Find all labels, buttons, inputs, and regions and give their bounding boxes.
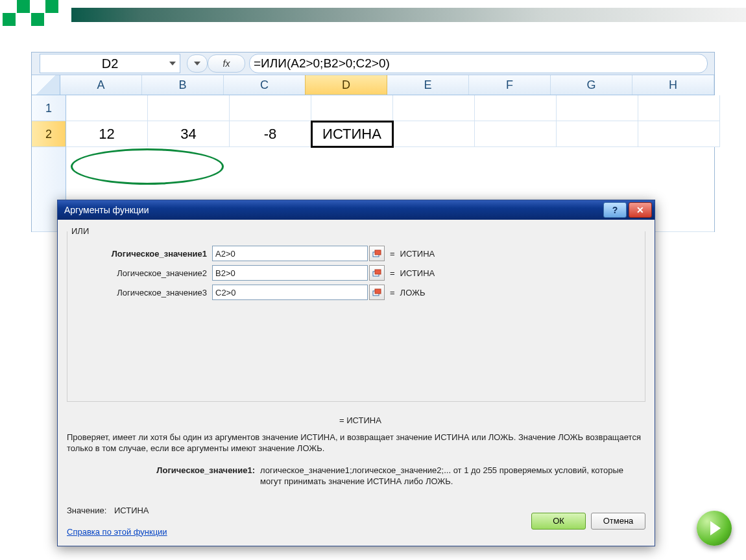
dialog-title-text: Аргументы функции (64, 205, 149, 215)
col-header-h[interactable]: H (632, 75, 714, 95)
arg1-input[interactable]: A2>0 (212, 246, 368, 261)
col-header-g[interactable]: G (551, 75, 632, 95)
function-description: Проверяет, имеет ли хотя бы один из аргу… (67, 432, 645, 454)
select-all-corner[interactable] (32, 75, 60, 95)
name-box-dropdown[interactable] (167, 56, 178, 71)
function-arguments-dialog: Аргументы функции ? ✕ ИЛИ Логическое_зна… (57, 200, 655, 546)
cell-d1[interactable] (311, 95, 393, 121)
dialog-titlebar[interactable]: Аргументы функции ? ✕ (58, 200, 655, 220)
row-header-1[interactable]: 1 (32, 95, 66, 121)
arg1-ref-button[interactable] (369, 246, 385, 261)
cell-e1[interactable] (393, 95, 475, 121)
arg1-label: Логическое_значение1 (74, 249, 212, 259)
arg3-result: ЛОЖЬ (400, 288, 426, 298)
cell-d2[interactable]: ИСТИНА (311, 121, 393, 147)
arg2-label: Логическое_значение2 (74, 268, 212, 278)
cell-h2[interactable] (638, 121, 720, 147)
arg-hint-text: логическое_значение1;логическое_значение… (260, 465, 645, 487)
col-header-d[interactable]: D (305, 75, 387, 95)
cell-e2[interactable] (393, 121, 475, 147)
arg1-result: ИСТИНА (400, 249, 435, 259)
arg2-result: ИСТИНА (400, 268, 435, 278)
svg-rect-3 (375, 270, 381, 274)
col-header-f[interactable]: F (469, 75, 551, 95)
col-header-e[interactable]: E (387, 75, 469, 95)
function-help-link[interactable]: Справка по этой функции (67, 527, 167, 537)
fx-dropdown[interactable] (187, 54, 208, 73)
collapse-dialog-icon (372, 268, 381, 277)
formula-bar: D2 fx =ИЛИ(A2>0;B2>0;C2>0) (32, 52, 714, 75)
row-header-2[interactable]: 2 (32, 121, 66, 147)
slide-decoration (0, 0, 746, 31)
arg2-input[interactable]: B2>0 (212, 265, 368, 281)
cancel-button[interactable]: Отмена (591, 513, 645, 530)
arg3-label: Логическое_значение3 (74, 288, 212, 298)
arg2-ref-button[interactable] (369, 265, 385, 281)
dialog-close-button[interactable]: ✕ (629, 202, 652, 218)
cell-h1[interactable] (638, 95, 720, 121)
ok-button[interactable]: ОК (531, 513, 586, 530)
cell-f2[interactable] (475, 121, 557, 147)
cell-b2[interactable]: 34 (148, 121, 230, 147)
value-result: ИСТИНА (114, 506, 149, 515)
cell-f1[interactable] (475, 95, 557, 121)
column-headers: A B C D E F G H (32, 75, 714, 95)
arguments-group: ИЛИ Логическое_значение1 A2>0 = ИСТИНА Л… (67, 231, 645, 402)
collapse-dialog-icon (372, 249, 381, 258)
cell-g1[interactable] (557, 95, 638, 121)
cell-a1[interactable] (66, 95, 148, 121)
col-header-c[interactable]: C (224, 75, 306, 95)
col-header-b[interactable]: B (142, 75, 224, 95)
cell-g2[interactable] (557, 121, 638, 147)
dialog-help-button[interactable]: ? (603, 202, 627, 218)
formula-input[interactable]: =ИЛИ(A2>0;B2>0;C2>0) (249, 54, 708, 73)
cell-b1[interactable] (148, 95, 230, 121)
arg3-input[interactable]: C2>0 (212, 285, 368, 300)
cell-a2[interactable]: 12 (66, 121, 148, 147)
function-name-label: ИЛИ (69, 226, 91, 236)
cell-c2[interactable]: -8 (230, 121, 311, 147)
next-slide-button[interactable] (697, 511, 732, 546)
svg-rect-5 (375, 289, 381, 294)
insert-function-button[interactable]: fx (208, 54, 245, 73)
arg3-ref-button[interactable] (369, 285, 385, 300)
col-header-a[interactable]: A (60, 75, 142, 95)
value-label: Значение: (67, 506, 106, 515)
arg-hint-label: Логическое_значение1: (67, 465, 260, 487)
cell-c1[interactable] (230, 95, 311, 121)
collapse-dialog-icon (372, 288, 381, 297)
name-box[interactable]: D2 (40, 54, 180, 73)
svg-rect-1 (375, 250, 381, 255)
name-box-value: D2 (102, 56, 119, 71)
formula-result: = ИСТИНА (339, 415, 645, 426)
